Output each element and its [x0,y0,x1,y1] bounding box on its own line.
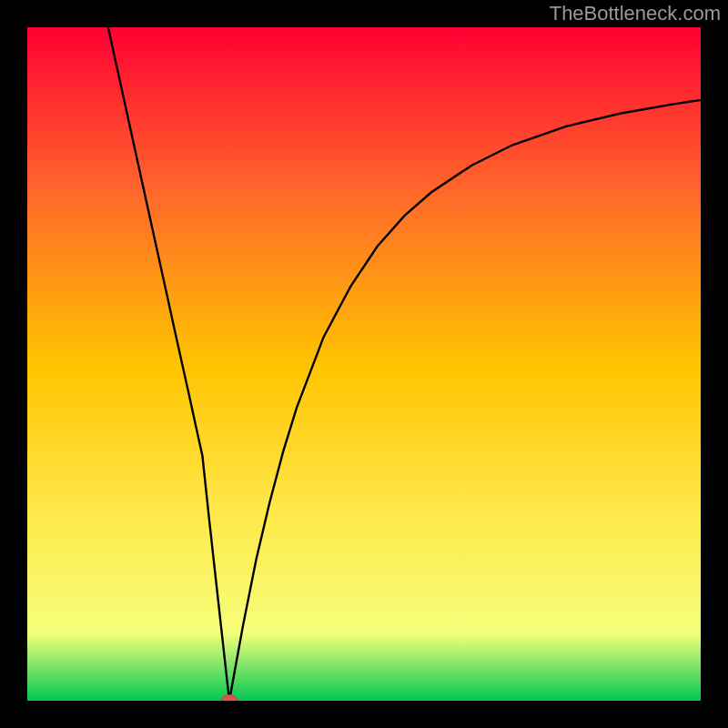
plot-svg [27,27,701,701]
chart-frame: TheBottleneck.com [0,0,728,728]
plot-area [27,27,701,701]
watermark-text: TheBottleneck.com [550,2,721,25]
gradient-background [27,27,701,701]
